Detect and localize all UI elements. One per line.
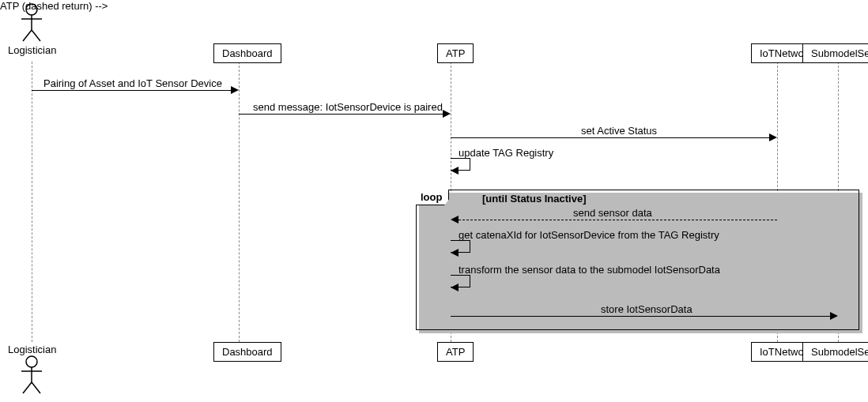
participant-submodelserver-top: SubmodelServer <box>802 43 868 63</box>
msg-activestatus: set Active Status <box>581 125 657 137</box>
actor-label-bottom: Logistician <box>8 344 55 355</box>
msg-sendsensordata: send sensor data <box>573 207 652 219</box>
participant-label: ATP <box>446 47 465 59</box>
arrow-m3 <box>451 137 769 138</box>
participant-label: SubmodelServer <box>811 47 868 59</box>
msg-pairing: Pairing of Asset and IoT Sensor Device <box>43 77 222 89</box>
arrow-m5 <box>459 220 777 220</box>
actor-label-top: Logistician <box>8 44 55 56</box>
svg-point-5 <box>26 356 37 367</box>
lifeline-dashboard <box>239 62 240 342</box>
svg-line-8 <box>23 382 32 393</box>
svg-line-3 <box>23 30 32 41</box>
participant-dashboard-bottom: Dashboard <box>213 342 281 362</box>
arrow-m1 <box>32 90 231 91</box>
msg-getcatenaxid: get catenaXId for IotSensorDevice from t… <box>459 229 719 241</box>
arrowhead-m6 <box>451 249 459 257</box>
loop-label: loop <box>421 191 442 203</box>
svg-line-4 <box>32 30 40 41</box>
participant-atp-top: ATP <box>437 43 474 63</box>
msg-updatetag: update TAG Registry <box>459 147 553 159</box>
participant-atp-bottom: ATP <box>437 342 474 362</box>
participant-dashboard-top: Dashboard <box>213 43 281 63</box>
participant-label: Dashboard <box>222 346 273 358</box>
arrowhead-m8 <box>830 312 838 320</box>
loop-guard: [until Status Inactive] <box>482 193 586 205</box>
participant-label: SubmodelServer <box>811 346 868 358</box>
actor-logistician-bottom: Logistician <box>8 342 55 395</box>
arrowhead-m3 <box>769 133 777 141</box>
arrow-m2 <box>239 114 443 115</box>
svg-point-0 <box>26 4 37 15</box>
arrow-m8 <box>451 316 830 317</box>
arrowhead-m7 <box>451 284 459 291</box>
arrowhead-m5 <box>451 216 459 224</box>
lifeline-logistician <box>32 62 32 342</box>
arrowhead-m4 <box>451 167 459 175</box>
participant-label: ATP <box>446 346 465 358</box>
participant-submodelserver-bottom: SubmodelServer <box>802 342 868 362</box>
actor-logistician-top: Logistician <box>8 3 55 56</box>
msg-sendpaired: send message: IotSensorDevice is paired <box>253 101 443 113</box>
loop-tab: loop <box>416 190 449 205</box>
participant-label: Dashboard <box>222 47 273 59</box>
svg-line-9 <box>32 382 40 393</box>
arrowhead-m2 <box>443 110 451 118</box>
msg-transform: transform the sensor data to the submode… <box>459 264 720 276</box>
arrowhead-m1 <box>231 86 239 94</box>
msg-storeiotsensordata: store IotSensorData <box>601 303 693 315</box>
